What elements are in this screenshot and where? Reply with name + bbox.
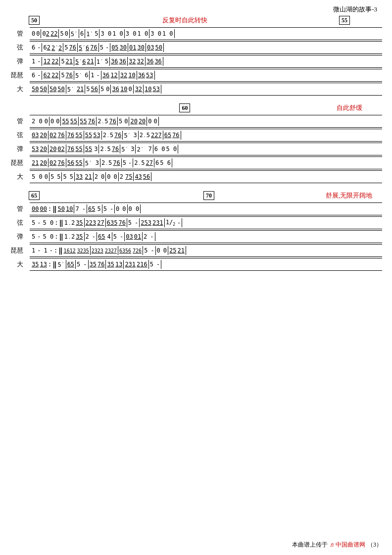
page: 微山湖的故事-3 50 反复时自此转快 55 管 00 0222 50 xyxy=(0,0,392,555)
bracket-6 xyxy=(25,115,30,128)
bracket-1 xyxy=(25,27,30,40)
notes-da-1: 5050 5050 5·21 556 50 3610 0 32 1053 xyxy=(30,83,382,96)
instr-dan-3: 弹 xyxy=(10,230,25,243)
notes-pipa-2: 2120 0276 5655 5·3 2.576 5- 2.527 65 6 xyxy=(30,156,382,169)
row-guan-2: 管 2 00 00 5555 5576 2.576 50 2020 00 xyxy=(10,115,382,128)
notes-xian-3: 5-5 0 :‖ 1.235 22327 63576 5- 253231 1/2… xyxy=(30,216,382,229)
page-number: （3） xyxy=(367,541,382,549)
bracket-7 xyxy=(25,129,30,142)
instr-guan-2: 管 xyxy=(10,115,25,128)
bracket-4 xyxy=(25,69,30,82)
instr-xian-3: 弦 xyxy=(10,216,25,229)
tempo-text-3: 舒展,无限开阔地 xyxy=(326,192,372,199)
row-xian-1: 弦 6- 622·2 576 5·676 5- 0530 0130 0350 xyxy=(10,41,382,54)
bracket-11 xyxy=(25,202,30,215)
section2-header: 60 自此舒缓 xyxy=(10,103,382,114)
section-1: 50 反复时自此转快 55 管 00 0222 50 5· 6 xyxy=(10,16,382,96)
measure-marker-50: 50 xyxy=(29,16,40,25)
instr-da-3: 大 xyxy=(10,258,25,271)
notes-dan-2: 5320 2002 7655 553 2.576 5·3 2·7 6 05 0 xyxy=(30,143,382,155)
footer-logo: ♬ 中国曲谱网 xyxy=(330,541,365,549)
instr-da-2: 大 xyxy=(10,170,25,183)
notes-pipa-3: 1-1- :‖ 16123235 23232327 6356726 5- 00 … xyxy=(30,244,382,257)
instr-guan-3: 管 xyxy=(10,202,25,215)
tempo-text-1: 反复时自此转快 xyxy=(162,16,207,24)
notes-guan-1: 00 0222 50 5· 6 1·5 3 01 0 3 01 0 3 01 0 xyxy=(30,27,382,40)
instr-dan-1: 弹 xyxy=(10,55,25,68)
instr-dan-2: 弹 xyxy=(10,143,25,155)
notes-dan-3: 5-5 0 :‖ 1.235 2- 654 5- 0301 2- xyxy=(30,230,382,243)
bracket-3 xyxy=(25,55,30,68)
row-pipa-2: 琵琶 2120 0276 5655 5·3 2.576 5- 2.527 65 … xyxy=(10,156,382,169)
footer-text: 本曲谱上传于 xyxy=(292,541,328,549)
row-pipa-1: 琵琶 6- 6222 576 5·6 1- 3612 3210 3653 xyxy=(10,69,382,82)
row-da-1: 大 5050 5050 5·21 556 50 3610 0 32 1053 xyxy=(10,83,382,96)
notes-da-2: 5 00 55 55 3321 20 00 275 4356 xyxy=(30,170,382,183)
row-pipa-3: 琵琶 1-1- :‖ 16123235 23232327 6356726 5- … xyxy=(10,244,382,257)
section-2: 60 自此舒缓 管 2 00 00 5555 5576 2.576 50 xyxy=(10,103,382,183)
instr-pipa-1: 琵琶 xyxy=(10,69,25,82)
notes-xian-2: 0320 0276 7655 5553 2.576 5·3 2.5227 657… xyxy=(30,129,382,142)
instr-da-1: 大 xyxy=(10,83,25,96)
bracket-10 xyxy=(25,170,30,183)
section-3: 65 70 舒展,无限开阔地 管 0000 :‖ 5010 7- 655 5 xyxy=(10,191,382,271)
bracket-2 xyxy=(25,41,30,54)
instr-pipa-2: 琵琶 xyxy=(10,156,25,169)
notes-xian-1: 6- 622·2 576 5·676 5- 0530 0130 0350 xyxy=(30,41,382,54)
bracket-8 xyxy=(25,143,30,155)
notes-guan-2: 2 00 00 5555 5576 2.576 50 2020 00 xyxy=(30,115,382,128)
bracket-14 xyxy=(25,244,30,257)
notes-dan-1: 1- 1222 521 5·621 1·5 3636 3232 3636 xyxy=(30,55,382,68)
instr-xian-1: 弦 xyxy=(10,41,25,54)
row-dan-2: 弹 5320 2002 7655 553 2.576 5·3 2·7 6 05 … xyxy=(10,143,382,155)
section3-header: 65 70 舒展,无限开阔地 xyxy=(10,191,382,202)
notes-da-3: 3513 :‖ 5· 65 5- 3576 3513 231216 5- xyxy=(30,258,382,271)
page-title: 微山湖的故事-3 xyxy=(10,5,382,14)
row-da-3: 大 3513 :‖ 5· 65 5- 3576 3513 231216 5- xyxy=(10,258,382,271)
bracket-5 xyxy=(25,83,30,96)
bracket-9 xyxy=(25,156,30,169)
bracket-13 xyxy=(25,230,30,243)
row-xian-3: 弦 5-5 0 :‖ 1.235 22327 63576 5- 253231 1… xyxy=(10,216,382,229)
row-xian-2: 弦 0320 0276 7655 5553 2.576 5·3 2.5227 6… xyxy=(10,129,382,142)
row-guan-1: 管 00 0222 50 5· 6 1·5 3 01 0 3 01 0 3 01… xyxy=(10,27,382,40)
row-dan-1: 弹 1- 1222 521 5·621 1·5 3636 3232 3636 xyxy=(10,55,382,68)
instr-xian-2: 弦 xyxy=(10,129,25,142)
row-da-2: 大 5 00 55 55 3321 20 00 275 4356 xyxy=(10,170,382,183)
notes-guan-3: 0000 :‖ 5010 7- 655 5- 00 0 0 xyxy=(30,202,382,215)
row-dan-3: 弹 5-5 0 :‖ 1.235 2- 654 5- 0301 2- xyxy=(10,230,382,243)
row-guan-3: 管 0000 :‖ 5010 7- 655 5- 00 0 0 xyxy=(10,202,382,215)
notes-pipa-1: 6- 6222 576 5·6 1- 3612 3210 3653 xyxy=(30,69,382,82)
bracket-12 xyxy=(25,216,30,229)
footer: 本曲谱上传于 ♬ 中国曲谱网 （3） xyxy=(292,541,382,549)
instr-pipa-3: 琵琶 xyxy=(10,244,25,257)
instr-guan-1: 管 xyxy=(10,27,25,40)
section1-header: 50 反复时自此转快 55 xyxy=(10,16,382,27)
bracket-15 xyxy=(25,258,30,271)
tempo-text-2: 自此舒缓 xyxy=(337,104,362,111)
